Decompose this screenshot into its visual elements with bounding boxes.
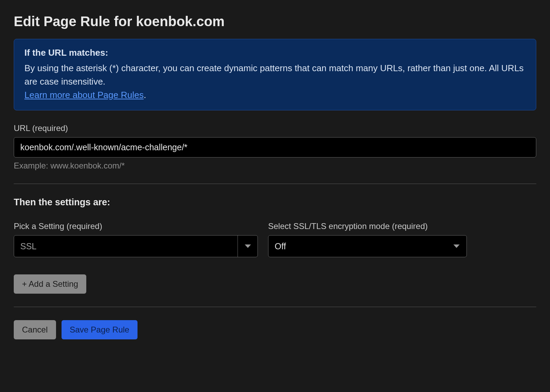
chevron-down-icon [447,236,466,257]
learn-more-link[interactable]: Learn more about Page Rules [24,90,144,100]
settings-section-title: Then the settings are: [14,197,536,208]
divider [14,307,536,307]
ssl-mode-value: Off [268,241,447,251]
info-box-link-suffix: . [144,90,146,100]
ssl-mode-select[interactable]: Off [268,235,467,257]
info-box-heading: If the URL matches: [24,47,526,58]
setting-pick-column: Pick a Setting (required) SSL [14,221,258,257]
ssl-mode-column: Select SSL/TLS encryption mode (required… [268,221,467,257]
info-box-text: By using the asterisk (*) character, you… [24,63,524,87]
divider [14,184,536,184]
url-field-group: URL (required) Example: www.koenbok.com/… [14,123,536,171]
info-box: If the URL matches: By using the asteris… [14,39,536,110]
pick-setting-value: SSL [14,241,238,251]
info-box-body: By using the asterisk (*) character, you… [24,62,526,102]
footer-buttons: Cancel Save Page Rule [14,320,536,339]
chevron-down-icon [238,236,257,257]
ssl-mode-label: Select SSL/TLS encryption mode (required… [268,221,467,231]
settings-row: Pick a Setting (required) SSL Select SSL… [14,221,536,257]
page-title: Edit Page Rule for koenbok.com [14,14,536,29]
url-label: URL (required) [14,123,536,133]
cancel-button[interactable]: Cancel [14,320,56,339]
url-helper-text: Example: www.koenbok.com/* [14,161,536,171]
save-button[interactable]: Save Page Rule [62,320,138,339]
add-setting-button[interactable]: + Add a Setting [14,274,86,294]
pick-setting-select[interactable]: SSL [14,235,258,257]
pick-setting-label: Pick a Setting (required) [14,221,258,231]
url-input[interactable] [14,137,536,157]
